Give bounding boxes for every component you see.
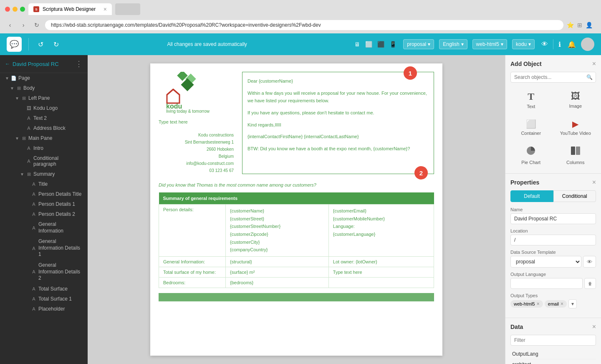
profile-icon[interactable]: 👤: [586, 22, 593, 28]
refresh-btn[interactable]: ↻: [32, 20, 42, 30]
sidebar-item-general-info-details-1[interactable]: A General Information Details 1: [0, 236, 88, 260]
address-bar[interactable]: [45, 20, 563, 30]
forward-btn[interactable]: ›: [18, 20, 28, 30]
add-object-title: Add Object: [510, 61, 542, 67]
add-object-text[interactable]: T Text: [510, 88, 552, 112]
sidebar-item-general-information[interactable]: A General Information: [0, 219, 88, 236]
sidebar-item-label: Placeholder: [38, 306, 83, 312]
add-object-close-btn[interactable]: ×: [592, 60, 596, 68]
tab-close-btn[interactable]: ×: [104, 6, 107, 13]
sidebar-item-total-surface-1[interactable]: A Total Surface 1: [0, 294, 88, 304]
mobile-btn[interactable]: 📱: [388, 39, 398, 49]
sidebar-item-label: Main Pane: [28, 135, 83, 141]
desktop-btn[interactable]: 🖥: [353, 39, 362, 49]
language-dropdown[interactable]: English ▾: [439, 39, 467, 49]
sidebar-item-person-details-2[interactable]: A Person Details 2: [0, 209, 88, 219]
output-types-row: web-html5 × email × ▾: [510, 299, 596, 308]
properties-close-btn[interactable]: ×: [592, 179, 596, 186]
output-tag-email-remove[interactable]: ×: [561, 301, 563, 307]
add-object-columns[interactable]: Columns: [555, 142, 596, 168]
back-btn[interactable]: ‹: [5, 20, 15, 30]
add-object-pie-chart[interactable]: Pie Chart: [510, 142, 552, 168]
sidebar-item-person-details-1[interactable]: A Person Details 1: [0, 199, 88, 209]
address-line-1: Kodu constructions: [159, 131, 234, 139]
output-tag-webhtml5-remove[interactable]: ×: [537, 301, 540, 307]
preview-btn[interactable]: 👁: [540, 39, 550, 50]
svg-line-4: [167, 89, 173, 95]
tab-conditional[interactable]: Conditional: [553, 190, 596, 202]
letter-paragraph1: Within a few days you will receive a pro…: [247, 89, 429, 105]
proposal-dropdown[interactable]: proposal ▾: [403, 39, 434, 49]
sidebar-item-body[interactable]: ▼ ⊞ Body: [0, 83, 88, 93]
sidebar-item-person-details-title[interactable]: A Person Details Title: [0, 189, 88, 199]
sidebar-item-label: Title: [38, 181, 83, 187]
sidebar-item-summary[interactable]: ▼ ⊞ Summary: [0, 169, 88, 179]
sidebar-item-placeholder[interactable]: A Placeholder: [0, 304, 88, 314]
data-item-outputlang[interactable]: OutputLang: [510, 349, 596, 359]
add-object-youtube[interactable]: ▶ YouTube Video: [555, 116, 596, 139]
table-row: Total surface of my home: {surface} m² T…: [159, 267, 434, 278]
add-object-image[interactable]: 🖼 Image: [555, 88, 596, 112]
sidebar-item-conditional-paragraph[interactable]: A Conditional paragraph: [0, 153, 88, 169]
doc-type-text-area[interactable]: Type text here: [159, 119, 234, 125]
tablet-rotate-btn[interactable]: ⬛: [376, 39, 386, 49]
letter-body[interactable]: Dear {customerName} Within a few days yo…: [242, 72, 434, 174]
sidebar-item-intro[interactable]: A Intro: [0, 143, 88, 153]
datasource-select[interactable]: proposal: [510, 256, 581, 268]
name-input[interactable]: [510, 213, 596, 224]
sidebar-item-kodu-logo[interactable]: 🖼 Kodu Logo: [0, 103, 88, 113]
sidebar-item-label: Person Details 1: [38, 201, 83, 207]
sidebar-item-left-pane[interactable]: ▼ ⊞ Left Pane: [0, 93, 88, 103]
address-line-4: Belgium: [159, 153, 234, 160]
tab-title: Scriptura Web Designer: [43, 6, 96, 12]
tab-favicon: S: [33, 6, 39, 12]
bookmark-icon[interactable]: ⭐: [567, 22, 574, 28]
datasource-eye-btn[interactable]: 👁: [583, 256, 596, 268]
output-language-row: 🗑: [510, 278, 596, 289]
canvas-area[interactable]: kodu living today & tomorrow Type text h…: [88, 55, 505, 364]
right-panel: Add Object × 🔍 T Text 🖼 Image: [505, 55, 601, 364]
image-add-label: Image: [569, 104, 582, 109]
sidebar-more-btn[interactable]: ⋮: [75, 59, 83, 68]
row-col1: {surface} m²: [226, 267, 329, 278]
output-language-clear-btn[interactable]: 🗑: [584, 278, 596, 289]
output-type-add-btn[interactable]: ▾: [568, 299, 577, 308]
letter-contact: {internalContactFirstName} {internalCont…: [247, 133, 429, 141]
kodu-dropdown[interactable]: kodu ▾: [512, 39, 535, 49]
extensions-icon[interactable]: ⊞: [577, 22, 582, 28]
redo-btn[interactable]: ↻: [51, 39, 61, 50]
doc-company-address: Kodu constructions Sint Bernardsesteenwe…: [159, 131, 234, 174]
tablet-btn[interactable]: ⬜: [364, 39, 374, 49]
sidebar-item-label: Address Block: [33, 125, 83, 131]
data-close-btn[interactable]: ×: [592, 323, 596, 331]
data-filter-input[interactable]: [510, 335, 596, 346]
notifications-btn[interactable]: 🔔: [566, 39, 578, 50]
search-objects-input[interactable]: [510, 72, 596, 83]
sidebar-item-general-info-details-2[interactable]: A General Information Details 2: [0, 260, 88, 284]
undo-btn[interactable]: ↺: [35, 39, 46, 50]
letter-content: Dear {customerName} Within a few days yo…: [247, 77, 429, 153]
webhtml5-dropdown[interactable]: web-html5 ▾: [472, 39, 507, 49]
output-tag-webhtml5-label: web-html5: [514, 301, 535, 306]
sidebar-item-title[interactable]: A Title: [0, 179, 88, 189]
location-input[interactable]: [510, 235, 596, 245]
sidebar-item-total-surface[interactable]: A Total Surface: [0, 284, 88, 294]
sidebar-back-btn[interactable]: ←: [5, 61, 10, 67]
add-object-container[interactable]: ⬜ Container: [510, 116, 552, 139]
sidebar-item-page[interactable]: ▼ 📄 Page: [0, 73, 88, 83]
table-row: General Information: {structural} Lot ow…: [159, 257, 434, 267]
sidebar-item-main-pane[interactable]: ▼ ⊞ Main Pane: [0, 133, 88, 143]
data-item-architect[interactable]: architect: [510, 359, 596, 364]
text-icon: A: [26, 159, 32, 164]
tab-default[interactable]: Default: [510, 190, 553, 202]
user-avatar[interactable]: [581, 38, 594, 51]
output-language-input[interactable]: [510, 278, 583, 289]
sidebar-item-text2[interactable]: A Text 2: [0, 113, 88, 123]
row-col1: {bedrooms}: [226, 278, 329, 288]
sidebar-item-address-block[interactable]: A Address Block: [0, 123, 88, 133]
output-tag-email: email ×: [545, 300, 567, 308]
app-toolbar: 💬 ↺ ↻ All changes are saved automaticall…: [0, 33, 601, 55]
browser-tab[interactable]: S Scriptura Web Designer ×: [28, 3, 112, 15]
sidebar-project-title[interactable]: David Proposal RC: [13, 61, 73, 67]
info-btn[interactable]: ℹ: [557, 39, 563, 50]
